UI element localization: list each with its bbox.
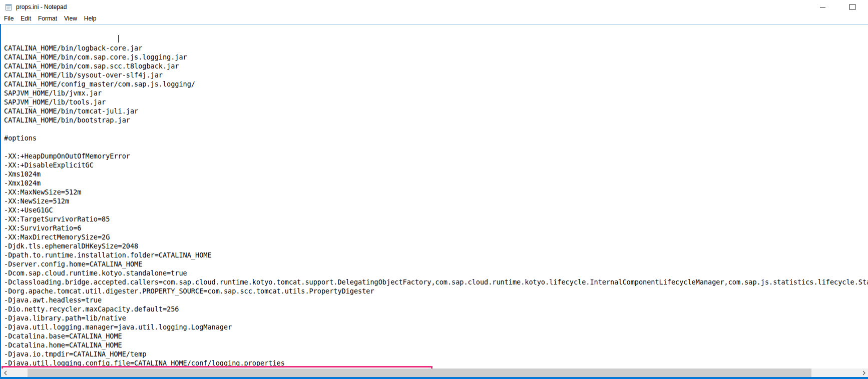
editor-line: -Dcatalina.base=CATALINA_HOME: [4, 332, 868, 340]
minimize-icon: [820, 7, 825, 8]
editor-line: CATALINA_HOME/config_master/com.sap.js.l…: [4, 80, 868, 88]
chevron-left-icon: [4, 370, 7, 376]
maximize-button[interactable]: [841, 0, 864, 14]
scroll-left-button[interactable]: [1, 368, 10, 377]
menu-item-help[interactable]: Help: [81, 14, 100, 24]
text-caret: [118, 35, 119, 42]
editor-line: -Dpath.to.runtime.installation.folder=CA…: [4, 250, 868, 260]
editor-line: -XX:+DisableExplicitGC: [4, 160, 868, 170]
editor-line: SAPJVM_HOME/lib/tools.jar: [4, 98, 868, 106]
editor-lines: CATALINA_HOME/bin/logback-core.jarCATALI…: [4, 44, 868, 368]
editor-line: -Dio.netty.recycler.maxCapacity.default=…: [4, 304, 868, 314]
editor-line: #options: [4, 134, 868, 142]
menu-item-file[interactable]: File: [1, 14, 17, 24]
editor-line: -Dserver.config.home=CATALINA_HOME: [4, 260, 868, 268]
editor-line: [4, 124, 868, 134]
editor-line: -XX:MaxDirectMemorySize=2G: [4, 232, 868, 242]
text-editor-area[interactable]: CATALINA_HOME/bin/logback-core.jarCATALI…: [1, 24, 868, 368]
editor-line: -XX:TargetSurvivorRatio=85: [4, 214, 868, 224]
menu-item-format[interactable]: Format: [35, 14, 61, 24]
editor-line: CATALINA_HOME/bin/com.sap.scc.t8logback.…: [4, 62, 868, 70]
maximize-icon: [849, 4, 855, 10]
window-left-border: [0, 24, 1, 379]
editor-line: -Dcatalina.home=CATALINA_HOME: [4, 340, 868, 350]
editor-line: -Xmx1024m: [4, 178, 868, 188]
editor-line: -Djava.awt.headless=true: [4, 296, 868, 304]
title-bar: props.ini - Notepad: [0, 0, 868, 14]
scroll-right-button[interactable]: [859, 368, 868, 377]
editor-line: -Xms1024m: [4, 170, 868, 178]
editor-line: -Dorg.apache.tomcat.util.digester.PROPER…: [4, 286, 868, 296]
editor-line: -Djava.util.logging.manager=java.util.lo…: [4, 322, 868, 332]
editor-line: -XX:MaxNewSize=512m: [4, 188, 868, 196]
editor-line: CATALINA_HOME/bin/logback-core.jar: [4, 44, 868, 52]
editor-line: -Djava.io.tmpdir=CATALINA_HOME/temp: [4, 350, 868, 358]
editor-line: CATALINA_HOME/bin/com.sap.core.js.loggin…: [4, 52, 868, 62]
editor-line: -XX:+HeapDumpOnOutOfMemoryError: [4, 152, 868, 160]
editor-line: -Dclassloading.bridge.accepted.callers=c…: [4, 278, 868, 286]
editor-line: -XX:SurvivorRatio=6: [4, 224, 868, 232]
window-title: props.ini - Notepad: [16, 4, 67, 10]
menu-item-view[interactable]: View: [61, 14, 81, 24]
editor-line: -XX:+UseG1GC: [4, 206, 868, 214]
editor-line: [4, 142, 868, 152]
editor-line: -Djdk.tls.ephemeralDHKeySize=2048: [4, 242, 868, 250]
editor-line: -Djava.library.path=lib/native: [4, 314, 868, 322]
editor-line: CATALINA_HOME/lib/sysout-over-slf4j.jar: [4, 70, 868, 80]
editor-line: CATALINA_HOME/bin/tomcat-juli.jar: [4, 106, 868, 116]
chevron-right-icon: [862, 370, 865, 376]
menu-item-edit[interactable]: Edit: [17, 14, 35, 24]
editor-line: -XX:NewSize=512m: [4, 196, 868, 206]
minimize-button[interactable]: [811, 0, 834, 14]
notepad-icon: [5, 3, 13, 11]
scrollbar-thumb[interactable]: [28, 368, 811, 377]
editor-line: SAPJVM_HOME/lib/jvmx.jar: [4, 88, 868, 98]
editor-line: CATALINA_HOME/bin/bootstrap.jar: [4, 116, 868, 124]
horizontal-scrollbar[interactable]: [1, 368, 868, 377]
editor-line: -Dcom.sap.cloud.runtime.kotyo.standalone…: [4, 268, 868, 278]
window-bottom-border: [0, 377, 868, 379]
menu-bar: File Edit Format View Help: [0, 14, 868, 24]
